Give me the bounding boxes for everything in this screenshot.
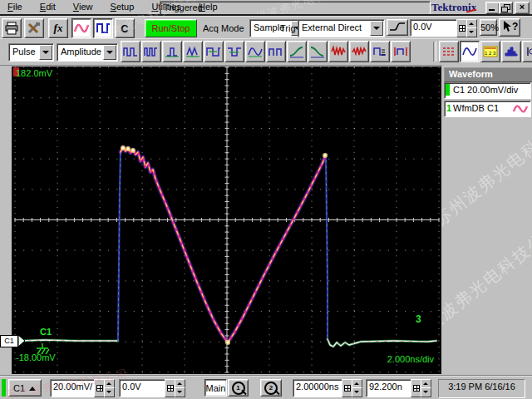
horizontal-scale-field[interactable]: 2.00000ns	[293, 379, 343, 397]
menu-view[interactable]: View	[66, 0, 101, 14]
watermark-text: 苏州波弗光电科技公司	[442, 337, 532, 376]
levels-icon	[372, 45, 387, 58]
waveform-panel-header: Waveform	[444, 67, 532, 82]
fall-button[interactable]	[308, 41, 328, 62]
menu-setup[interactable]: Setup	[103, 0, 142, 14]
timebase-main-button[interactable]: Main	[204, 379, 227, 397]
magnifier-handle	[241, 390, 246, 395]
width-button[interactable]	[204, 41, 224, 62]
waveform-scale-row[interactable]: C1 20.00mV/div	[444, 82, 531, 99]
cursors-icon	[441, 45, 456, 58]
menu-file[interactable]: File	[0, 0, 30, 14]
rise-button[interactable]	[287, 41, 307, 62]
cursors-button[interactable]	[439, 41, 459, 62]
waveform-scale-label: C1 20.00mV/div	[453, 85, 518, 95]
trigger-level-field[interactable]: 0.0V	[410, 19, 457, 37]
spin-down-icon[interactable]	[104, 387, 115, 397]
wfmdb-row[interactable]: 1 WfmDB C1	[444, 101, 531, 117]
graticule-grid	[15, 67, 439, 372]
mask-button[interactable]	[522, 41, 532, 62]
vertical-offset-field[interactable]: 0.0V	[119, 379, 166, 397]
measurement-dropdown-button[interactable]	[103, 45, 116, 60]
measurement-icon-bar	[121, 41, 411, 62]
waveform-display-button[interactable]	[71, 18, 91, 38]
burst-button[interactable]	[183, 41, 203, 62]
pulse2-icon	[144, 45, 159, 58]
horizontal-position-field[interactable]: 92.200n	[366, 379, 412, 397]
jit1-button[interactable]	[328, 41, 348, 62]
zoom-1-button[interactable]: 1	[228, 379, 249, 397]
jit2-button[interactable]	[349, 41, 369, 62]
close-button[interactable]: ×	[515, 2, 530, 14]
channel-select-button[interactable]: C1	[8, 379, 42, 397]
spin-down-icon[interactable]	[175, 387, 185, 397]
jit1-icon	[331, 45, 346, 58]
trigger-level-spinner[interactable]	[466, 19, 475, 36]
gate-icon	[393, 45, 408, 58]
pair-icon	[268, 45, 283, 58]
wave-icon	[248, 45, 263, 58]
gate-button[interactable]	[391, 41, 411, 62]
channel-badge[interactable]: C1	[0, 335, 18, 347]
trigger-source-dropdown-button[interactable]	[370, 21, 383, 36]
magnifier-handle	[274, 390, 279, 395]
trigger-slope-button[interactable]	[387, 19, 408, 36]
pair-button[interactable]	[266, 41, 286, 62]
pulse2-button[interactable]	[141, 41, 161, 62]
pulse3-icon	[165, 45, 180, 58]
vertical-scale-spinner[interactable]	[104, 379, 113, 396]
measure-category-select[interactable]: Pulse	[8, 43, 54, 62]
measure-category-dropdown-button[interactable]	[39, 45, 52, 60]
trigger-source-value: External Direct	[302, 22, 362, 32]
levels-button[interactable]	[370, 41, 390, 62]
rise-icon	[289, 45, 304, 58]
graticule-display: 182.0mV -18.00mV 2.000ns/div C1 3	[12, 66, 441, 374]
spin-down-icon[interactable]	[421, 387, 431, 397]
spin-down-icon[interactable]	[352, 387, 362, 397]
jit2-icon	[352, 45, 367, 58]
math-fx-button[interactable]: fx	[48, 18, 68, 38]
measure-category-value: Pulse	[12, 47, 36, 57]
wfmdb-index: 1	[446, 103, 451, 113]
fx-icon: fx	[54, 22, 63, 35]
minimize-icon	[489, 9, 495, 11]
measurement-select[interactable]: Amplitude	[57, 43, 118, 62]
duty-button[interactable]	[224, 41, 244, 62]
trigger-source-select[interactable]: External Direct	[298, 19, 385, 37]
run-stop-button[interactable]: Run/Stop	[145, 19, 197, 37]
menu-edit[interactable]: Edit	[32, 0, 63, 14]
pulse1-button[interactable]	[121, 41, 140, 62]
printer-icon	[4, 22, 19, 35]
clear-button[interactable]: C	[115, 18, 135, 38]
pulse3-button[interactable]	[162, 41, 182, 62]
trig-label: Trig	[280, 23, 296, 33]
restore-button[interactable]	[499, 2, 513, 14]
display-mode-group: 1 2 3	[439, 41, 532, 64]
waveform-trace	[20, 145, 436, 347]
waveform-view-button[interactable]	[460, 41, 480, 62]
histogram-icon	[504, 45, 519, 58]
set-50pct-button[interactable]: 50%	[480, 19, 497, 36]
zoom-2-button[interactable]: 2	[260, 379, 282, 397]
duty-icon	[227, 45, 242, 58]
help-pointer-icon: ?	[501, 20, 518, 33]
horizontal-position-spinner[interactable]	[421, 379, 430, 396]
histogram-button[interactable]	[501, 41, 521, 62]
tools-icon	[27, 22, 42, 35]
pulse-display-button[interactable]	[93, 18, 113, 38]
utilities-tools-button[interactable]	[24, 18, 44, 38]
vertical-offset-spinner[interactable]	[175, 379, 184, 396]
wave-button[interactable]	[245, 41, 265, 62]
horizontal-scale-spinner[interactable]	[352, 379, 361, 396]
minimize-button[interactable]	[485, 2, 500, 14]
channel-arrow-icon	[18, 335, 26, 347]
readouts-button[interactable]: 1 2 3	[480, 41, 500, 62]
print-button[interactable]	[2, 18, 22, 38]
chevron-down-icon	[42, 51, 49, 54]
waveform-view-icon	[462, 45, 477, 58]
fall-icon	[310, 45, 325, 58]
channel-select-label: C1	[13, 383, 25, 393]
vertical-scale-field[interactable]: 20.00mV/	[50, 379, 96, 397]
context-help-button[interactable]: ?	[499, 18, 520, 37]
spin-down-icon[interactable]	[466, 27, 477, 37]
